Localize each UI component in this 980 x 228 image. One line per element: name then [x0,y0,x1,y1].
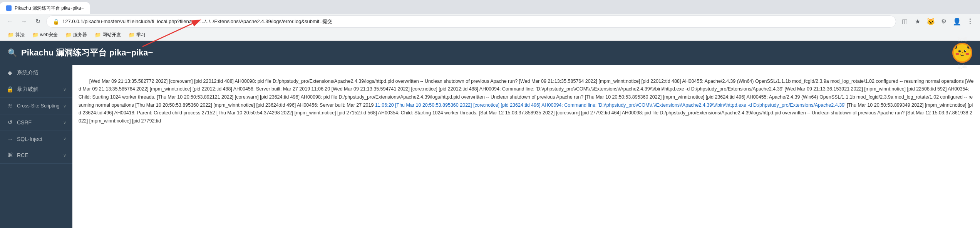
search-icon: 🔍 [8,48,17,57]
forward-button[interactable]: → [18,16,29,27]
user-area: 欢迎 [952,35,972,70]
sidebar-item-csrf[interactable]: ↺ CSRF ∨ [0,114,72,131]
lock-icon: 🔒 [53,18,59,25]
log-highlight-1: 11:06:20 [Thu Mar 10 20:50:53.895360 202… [375,102,846,108]
svg-point-2 [964,50,966,52]
address-bar[interactable]: 🔒 127.0.0.1/pikachu-master/vul/fileinclu… [46,15,896,28]
pikachu-extension-icon[interactable]: 🐱 [925,16,936,27]
bookmark-suanfa[interactable]: 📁 算法 [5,31,28,39]
app-title: 🔍 Pikachu 漏洞练习平台 pika~pika~ [8,47,153,59]
tab-bar: Pikachu 漏洞练习平台 pika~pika~ [0,0,980,14]
chevron-down-icon: ∨ [63,104,66,109]
back-button[interactable]: ← [5,16,15,27]
sidebar-item-rce[interactable]: ⌘ RCE ∨ [0,147,72,164]
sidebar-item-label: 系统介绍 [17,69,39,76]
svg-point-3 [960,50,960,51]
log-output: [Wed Mar 09 21:13:35.582772 2022] [core:… [79,69,974,133]
sidebar-item-label: Cross-Site Scripting [17,103,59,109]
svg-point-5 [956,53,959,55]
svg-point-4 [965,50,966,51]
bookmark-folder-icon: 📁 [65,32,72,38]
chevron-down-icon: ∨ [63,153,66,158]
bookmark-label: 算法 [15,32,25,38]
bookmark-folder-icon: 📁 [8,32,14,38]
content-area[interactable]: [Wed Mar 09 21:13:35.582772 2022] [core:… [72,65,980,228]
tab-title: Pikachu 漏洞练习平台 pika~pika~ [15,5,84,12]
sidebar-item-label: 暴力破解 [17,86,39,93]
chevron-down-icon: ∨ [63,136,66,141]
chevron-down-icon: ∨ [63,87,66,92]
nav-bar: ← → ↻ 🔒 127.0.0.1/pikachu-master/vul/fil… [0,14,980,29]
svg-point-6 [966,53,969,55]
rce-icon: ⌘ [6,152,14,159]
welcome-label: 欢迎 [957,36,967,43]
bookmark-websecurity[interactable]: 📁 web安全 [29,31,61,39]
bookmark-server[interactable]: 📁 服务器 [62,31,90,39]
bookmark-study[interactable]: 📁 学习 [126,31,149,39]
active-tab[interactable]: Pikachu 漏洞练习平台 pika~pika~ [0,2,90,14]
bookmark-star-icon[interactable]: ★ [912,16,923,27]
extensions-icon[interactable]: ◫ [899,16,910,27]
bookmark-folder-icon: 📁 [129,32,135,38]
main-layout: ◆ 系统介绍 🔒 暴力破解 ∨ ≋ Cross-Site Scripting ∨… [0,65,980,228]
refresh-button[interactable]: ↻ [32,16,43,27]
sidebar: ◆ 系统介绍 🔒 暴力破解 ∨ ≋ Cross-Site Scripting ∨… [0,65,72,228]
sidebar-item-label: RCE [17,152,28,158]
puzzle-icon[interactable]: ⚙ [938,16,949,27]
intro-icon: ◆ [6,69,14,76]
pikachu-svg [953,44,972,62]
url-text: 127.0.0.1/pikachu-master/vul/fileinclude… [62,18,890,25]
sidebar-item-label: SQL-Inject [17,136,42,142]
sql-icon: → [6,136,14,142]
bookmark-label: web安全 [40,32,58,38]
sidebar-item-xss[interactable]: ≋ Cross-Site Scripting ∨ [0,98,72,114]
chevron-down-icon: ∨ [63,120,66,125]
sidebar-item-intro[interactable]: ◆ 系统介绍 [0,65,72,81]
menu-icon[interactable]: ⋮ [965,16,975,27]
browser-window: Pikachu 漏洞练习平台 pika~pika~ ← → ↻ 🔒 127.0.… [0,0,980,228]
csrf-icon: ↺ [6,119,14,126]
xss-icon: ≋ [6,102,14,109]
toolbar-icons: ◫ ★ 🐱 ⚙ 👤 ⋮ [899,16,975,27]
app-header: 🔍 Pikachu 漏洞练习平台 pika~pika~ 欢迎 [0,41,980,65]
bookmark-label: 网站开发 [102,32,121,38]
bookmark-webdev[interactable]: 📁 网站开发 [92,31,124,39]
profile-icon[interactable]: 👤 [952,16,962,27]
sidebar-item-sqlinject[interactable]: → SQL-Inject ∨ [0,131,72,147]
user-label: 鼠年 [957,64,967,70]
svg-point-7 [962,52,963,53]
bookmark-label: 学习 [136,32,146,38]
bookmark-label: 服务器 [73,32,87,38]
pikachu-avatar [952,43,972,63]
bookmarks-bar: 📁 算法 📁 web安全 📁 服务器 📁 网站开发 📁 学习 [0,29,980,41]
bookmark-folder-icon: 📁 [95,32,101,38]
svg-point-1 [958,50,961,52]
sidebar-item-label: CSRF [17,119,32,126]
bruteforce-icon: 🔒 [6,86,14,93]
bookmark-folder-icon: 📁 [32,32,39,38]
tab-favicon [6,5,12,11]
sidebar-item-bruteforce[interactable]: 🔒 暴力破解 ∨ [0,81,72,98]
app-title-text: Pikachu 漏洞练习平台 pika~pika~ [21,47,153,59]
